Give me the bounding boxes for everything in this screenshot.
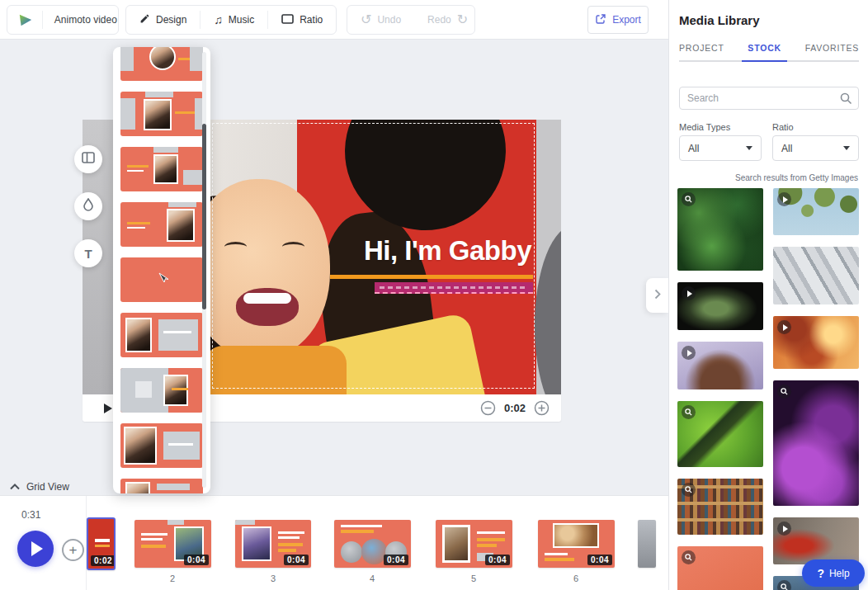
grid-view-toggle[interactable]: Grid View — [10, 481, 69, 493]
ratio-button[interactable]: Ratio — [268, 6, 336, 34]
decor-shape — [144, 99, 172, 130]
magnifier-icon — [682, 192, 696, 206]
media-thumb-pagoda[interactable] — [677, 342, 763, 389]
layout-variant-option[interactable] — [120, 202, 203, 247]
media-thumb-wooden-beams[interactable] — [773, 247, 859, 304]
layout-variant-option[interactable] — [120, 479, 203, 493]
timeline-clip[interactable]: 0:04 — [134, 520, 211, 568]
layout-variant-option[interactable] — [120, 92, 203, 136]
layout-variant-option-hovered[interactable] — [120, 257, 203, 302]
music-label: Music — [229, 14, 254, 26]
decor-shape — [153, 147, 178, 153]
decor-shape — [125, 482, 150, 493]
layout-icon — [82, 152, 95, 167]
clip-number: 4 — [364, 573, 380, 583]
increase-duration-button[interactable] — [534, 400, 550, 416]
caret-down-icon — [746, 146, 752, 150]
decor-shape — [168, 202, 196, 207]
project-title-group: Animoto video — [7, 5, 119, 35]
decor-shape — [545, 558, 574, 561]
media-library-panel: Media Library PROJECT STOCK FAVORITES Me… — [668, 0, 868, 590]
search-input[interactable] — [687, 87, 836, 109]
timeline-play-button[interactable] — [17, 531, 54, 567]
media-thumb-autumn-leaves[interactable] — [773, 316, 859, 369]
media-thumb-purple-jellyfish[interactable] — [773, 380, 859, 506]
layout-variant-option[interactable] — [120, 313, 203, 357]
ratio-dropdown[interactable]: All — [772, 135, 859, 161]
preview-play-button[interactable] — [104, 404, 112, 413]
timeline-clip[interactable]: 0:04 — [436, 520, 512, 568]
grid-view-label: Grid View — [26, 481, 69, 493]
layout-tool-button[interactable] — [74, 145, 102, 173]
chevron-right-icon — [654, 288, 661, 303]
project-title[interactable]: Animoto video — [43, 14, 118, 26]
music-button[interactable]: ♫ Music — [200, 6, 267, 34]
timeline-clip[interactable]: 0:04 — [235, 520, 311, 568]
decor-shape — [163, 432, 200, 460]
color-tool-button[interactable] — [74, 192, 102, 220]
timeline-clip[interactable]: 0:04 — [538, 520, 615, 568]
media-thumb-green-leaf[interactable] — [677, 401, 763, 467]
decor-shape — [124, 427, 157, 465]
export-button[interactable]: Export — [587, 6, 649, 34]
decor-shape — [153, 154, 178, 184]
question-mark-icon: ? — [817, 567, 824, 580]
text-tool-button[interactable]: T — [74, 239, 102, 267]
help-label: Help — [829, 568, 850, 579]
undo-label: Undo — [377, 14, 401, 26]
decor-shape — [341, 525, 382, 527]
media-thumb-coral-texture[interactable] — [677, 546, 763, 590]
scrollbar-thumb[interactable] — [202, 124, 206, 309]
clip-duration-badge: 0:04 — [587, 555, 612, 565]
media-thumb-red-fish-video[interactable] — [773, 517, 859, 564]
collapse-panel-button[interactable] — [646, 278, 668, 313]
droplet-icon — [83, 198, 94, 215]
tab-favorites[interactable]: FAVORITES — [805, 43, 859, 53]
redo-icon: ↻ — [457, 13, 468, 26]
layout-variant-option[interactable] — [120, 47, 203, 81]
decor-shape — [442, 525, 470, 563]
decor-shape — [545, 553, 568, 555]
decor-shape — [477, 538, 505, 541]
timeline-clip[interactable] — [638, 520, 656, 568]
text-tool-icon: T — [84, 247, 92, 261]
music-note-icon: ♫ — [214, 13, 223, 26]
headline-underline-bar — [330, 275, 533, 279]
redo-button[interactable]: Redo ↻ — [414, 6, 481, 34]
decor-shape — [158, 319, 198, 351]
media-thumb-plant-video[interactable] — [677, 282, 763, 330]
play-icon — [777, 192, 791, 206]
subtitle-text-layer[interactable] — [375, 282, 533, 294]
decor-shape — [120, 47, 134, 71]
decor-shape — [127, 227, 145, 229]
layout-variant-option[interactable] — [120, 368, 203, 413]
media-thumb-dandelions-sky[interactable] — [773, 188, 859, 235]
layout-variant-option[interactable] — [120, 147, 203, 191]
timeline-clip[interactable]: 0:04 — [334, 520, 411, 568]
decrease-duration-button[interactable] — [480, 400, 496, 416]
tab-project[interactable]: PROJECT — [679, 43, 724, 53]
design-button[interactable]: Design — [126, 6, 200, 34]
undo-button[interactable]: ↺ Undo — [347, 6, 414, 34]
decor-shape — [157, 484, 190, 490]
clip-duration-badge: 0:04 — [485, 555, 510, 565]
undo-icon: ↺ — [361, 13, 371, 26]
ratio-icon — [281, 14, 294, 26]
redo-label: Redo — [427, 14, 451, 26]
ratio-label: Ratio — [300, 14, 323, 26]
search-icon[interactable] — [840, 92, 852, 108]
layout-variant-option[interactable] — [120, 423, 203, 468]
timeline-clip-selected[interactable]: 0:02 — [87, 517, 116, 570]
animoto-logo-icon[interactable] — [7, 12, 42, 27]
headline-text-layer[interactable]: Hi, I'm Gabby — [364, 235, 531, 267]
media-thumb-bookshelf[interactable] — [677, 479, 763, 535]
decor-shape — [477, 544, 497, 547]
tab-stock[interactable]: STOCK — [748, 43, 781, 53]
ratio-value: All — [781, 143, 792, 154]
media-types-dropdown[interactable]: All — [679, 135, 762, 161]
help-button[interactable]: ? Help — [802, 559, 865, 587]
decor-shape — [168, 443, 193, 446]
magnifier-icon — [777, 580, 791, 590]
add-clip-button[interactable]: + — [62, 539, 84, 561]
media-thumb-basil-leaves[interactable] — [677, 188, 763, 271]
